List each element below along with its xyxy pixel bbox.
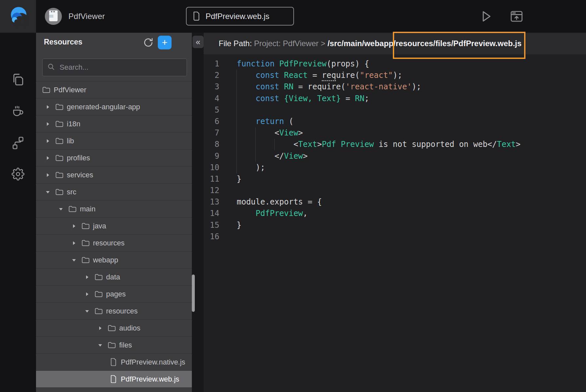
code-line-10: 10 ); [204, 162, 586, 173]
folder-icon [108, 325, 116, 331]
line-number: 2 [204, 70, 219, 81]
tree-item-data[interactable]: data [36, 268, 192, 285]
code-line-15: 15} [204, 220, 586, 231]
line-number: 12 [204, 185, 219, 196]
tree-item-files[interactable]: files [36, 336, 192, 353]
folder-icon [68, 205, 77, 212]
chevron-right-icon[interactable] [45, 155, 51, 161]
panel-divider [192, 33, 204, 392]
code-area[interactable]: 1function PdfPreview(props) {2 const Rea… [204, 54, 586, 242]
tree-item-PdfPreview.native.js[interactable]: PdfPreview.native.js [36, 353, 192, 370]
line-number: 8 [204, 139, 219, 150]
open-file-tab[interactable]: PdfPreview.web.js [186, 7, 294, 26]
run-button[interactable] [479, 9, 493, 24]
tree-scrollbar[interactable] [192, 275, 195, 312]
path-highlight-wrap: resources/files/PdfPreview.web.js [395, 33, 522, 54]
chevron-right-icon[interactable] [71, 223, 77, 229]
rail-item-pages[interactable] [11, 73, 25, 86]
folder-icon [95, 274, 103, 280]
line-number: 10 [204, 162, 219, 173]
code-line-3: 3 const RN = require('react-native'); [204, 81, 586, 93]
line-number: 7 [204, 127, 219, 139]
line-number: 4 [204, 93, 219, 104]
pages-icon [11, 82, 25, 87]
line-number: 9 [204, 151, 219, 162]
project-title: PdfViewer [68, 0, 105, 33]
chevron-right-icon[interactable] [45, 104, 51, 110]
line-number: 3 [204, 81, 219, 93]
folder-icon [42, 86, 50, 93]
tree-item-webapp[interactable]: webapp [36, 251, 192, 268]
code-line-7: 7 <View> [204, 127, 586, 139]
chevron-right-icon[interactable] [84, 274, 90, 280]
chevron-down-icon[interactable] [58, 206, 64, 212]
tree-item-java[interactable]: java [36, 217, 192, 234]
publish-button[interactable] [509, 9, 524, 24]
chevron-right-icon[interactable] [97, 325, 103, 331]
app-logo[interactable] [0, 0, 36, 33]
chevron-right-icon[interactable] [84, 291, 90, 297]
chevron-down-icon[interactable] [71, 257, 77, 263]
tree-item-resources[interactable]: resources [36, 302, 192, 319]
tree-item-audios[interactable]: audios [36, 319, 192, 336]
chevron-right-icon[interactable] [45, 121, 51, 127]
folder-icon [55, 188, 64, 195]
chevron-right-icon[interactable] [45, 172, 51, 178]
code-line-12: 12 [204, 185, 586, 196]
rail-item-preview[interactable] [11, 105, 25, 118]
refresh-button[interactable] [142, 37, 154, 48]
folder-icon [82, 223, 90, 229]
tree-item-label: pages [106, 290, 126, 298]
line-number: 1 [204, 58, 219, 70]
line-number: 15 [204, 220, 219, 231]
search-input[interactable] [59, 63, 182, 72]
rail-item-settings[interactable] [11, 168, 25, 181]
left-icon-rail [0, 33, 36, 392]
folder-icon [55, 137, 64, 144]
file-icon [110, 358, 117, 366]
resources-title: Resources [44, 38, 82, 46]
code-line-2: 2 const React = require("react"); [204, 70, 586, 81]
search-icon [47, 63, 59, 72]
chevron-down-icon[interactable] [97, 342, 103, 348]
chevron-down-icon[interactable] [84, 308, 90, 314]
tree-item-i18n[interactable]: i18n [36, 115, 192, 132]
tree-item-pages[interactable]: pages [36, 285, 192, 302]
code-editor[interactable]: File Path: Project: PdfViewer > /src/mai… [204, 33, 586, 392]
chevron-right-icon[interactable] [71, 240, 77, 246]
rail-item-flows[interactable] [11, 136, 25, 150]
tree-item-label: main [80, 205, 96, 213]
plus-icon: + [162, 37, 168, 48]
folder-icon [55, 154, 64, 161]
add-resource-button[interactable]: + [158, 36, 172, 49]
browser-upload-icon [509, 20, 524, 25]
code-line-11: 11} [204, 173, 586, 185]
tree-item-services[interactable]: services [36, 166, 192, 183]
tree-item-resources[interactable]: resources [36, 234, 192, 251]
tree-item-profiles[interactable]: profiles [36, 149, 192, 166]
code-line-16: 16 [204, 231, 586, 242]
tree-item-PdfPreview.web.js[interactable]: PdfPreview.web.js [36, 370, 192, 387]
document-icon [192, 11, 200, 21]
tree-item-label: java [93, 222, 106, 230]
tree-item-generated-angular-app[interactable]: generated-angular-app [36, 98, 192, 115]
gear-icon [11, 177, 25, 182]
code-text: <View> [237, 127, 303, 139]
project-avatar-icon [45, 8, 62, 25]
file-icon [110, 375, 117, 383]
folder-icon [82, 257, 90, 263]
tree-item-lib[interactable]: lib [36, 132, 192, 149]
line-number: 14 [204, 208, 219, 219]
file-path-bar: File Path: Project: PdfViewer > /src/mai… [204, 33, 586, 54]
chevron-down-icon[interactable] [45, 189, 51, 195]
chevron-right-icon[interactable] [45, 138, 51, 144]
folder-icon [95, 308, 103, 314]
tree-item-label: audios [119, 324, 140, 332]
tree-item-main[interactable]: main [36, 200, 192, 217]
code-line-14: 14 PdfPreview, [204, 208, 586, 219]
collapse-panel-button[interactable]: « [192, 36, 204, 48]
tree-item-src[interactable]: src [36, 183, 192, 200]
tree-item-PdfViewer[interactable]: PdfViewer [36, 81, 192, 98]
path-label: File Path: [219, 39, 254, 48]
line-number: 5 [204, 104, 219, 116]
